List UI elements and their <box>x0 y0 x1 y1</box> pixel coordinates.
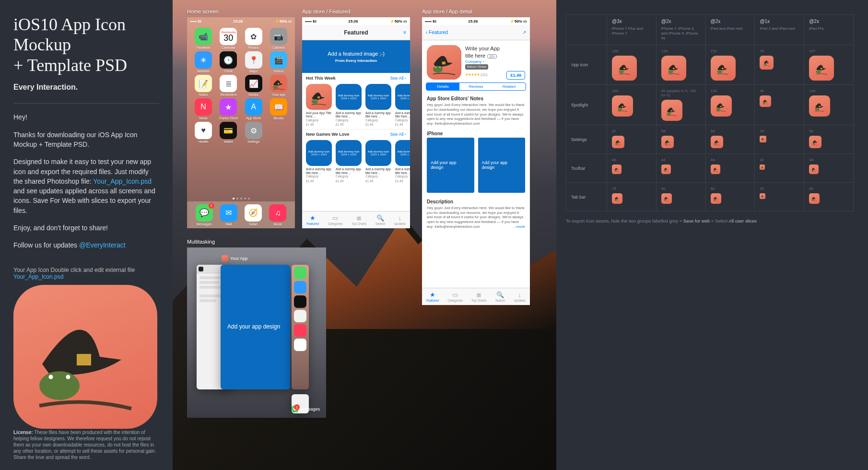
store-card[interactable]: Add dummy icon1024 x 1024Add a dummy app… <box>336 84 362 126</box>
more-link[interactable]: …more <box>513 224 525 229</box>
divider <box>13 103 159 104</box>
app-settings[interactable]: ⚙Settings <box>242 122 265 143</box>
app-itunes-store[interactable]: ★iTunes Store <box>217 98 240 120</box>
row-header: App icon <box>566 45 607 85</box>
size-cell: 180 <box>607 45 657 85</box>
psd-file-link-2[interactable]: Your_App_Icon.psd <box>13 273 63 280</box>
store-card[interactable]: Add dummy icon1024 x 1024Add a dummy app… <box>395 84 410 126</box>
size-cell: 40 <box>755 85 804 125</box>
app-weather[interactable]: ☀Weather <box>192 51 215 73</box>
size-cell: 50 <box>657 183 706 212</box>
app-wallet[interactable]: 💳Wallet <box>217 122 240 143</box>
export-note: To export icon assets, hide the two grou… <box>566 218 854 223</box>
app-your-app[interactable]: Your app <box>267 75 290 96</box>
dock: 💬1Messages✉Mail🧭Safari♫Music <box>187 201 295 228</box>
intro-p1: Thanks for downloading our iOS App Icon … <box>13 130 159 150</box>
tab-updates[interactable]: ↓Updates <box>514 291 526 302</box>
main-title: iOS10 App Icon Mockup + Template PSD <box>13 14 159 75</box>
app-camera[interactable]: 📷Camera <box>267 28 290 49</box>
size-cell: 40 (applies to 5, 120 for 6) <box>657 85 706 125</box>
app-notes[interactable]: 📝Notes <box>192 75 215 96</box>
label-featured: App store / Featured <box>302 9 350 14</box>
greeting: Hey! <box>13 112 159 122</box>
size-cell: 29 <box>755 125 804 154</box>
tab-featured[interactable]: ★Featured <box>426 291 439 302</box>
see-all[interactable]: See All › <box>390 132 406 137</box>
row-header: Settings <box>566 125 607 154</box>
label-detail: App store / App detail <box>422 9 472 14</box>
mockup-home: ••••• EI15:26⚡50% ▭ 📹FacetimeWednesday30… <box>187 17 295 228</box>
buy-button[interactable]: £1.49 <box>506 71 525 80</box>
store-card[interactable]: Add dummy icon1024 x 1024Add a dummy app… <box>336 140 362 182</box>
app-maps[interactable]: 📍Maps <box>242 51 265 73</box>
tab-top charts[interactable]: ≣Top Charts <box>352 214 366 225</box>
twitter-link[interactable]: @EveryInteract <box>79 241 126 249</box>
screenshot-placeholder: Add your app design <box>478 138 526 193</box>
size-cell: 76 <box>755 45 804 85</box>
size-cell: 120 <box>657 45 706 85</box>
dock-safari[interactable]: 🧭Safari <box>245 204 262 226</box>
mini-clock <box>294 295 306 308</box>
store-card[interactable]: Add your App Title here…Category£1.49 <box>306 84 332 126</box>
share-button[interactable]: ↗ <box>522 30 526 35</box>
size-cell: 50 <box>706 183 755 212</box>
tab-updates[interactable]: ↓Updates <box>394 214 406 225</box>
statusbar: ••••• EI15:26⚡50% ▭ <box>187 17 295 25</box>
psd-file-link[interactable]: Your_App_Icon.psd <box>93 177 152 185</box>
mini-maps <box>294 310 306 322</box>
size-cell: 120 <box>804 85 854 125</box>
col-header: @2xiPad Pro <box>804 15 854 45</box>
mini-weather <box>294 281 306 294</box>
tab-categories[interactable]: ▭Categories <box>447 291 462 302</box>
page-dots <box>187 196 295 201</box>
dock-messages[interactable]: 💬1Messages <box>196 204 213 226</box>
app-reminders[interactable]: ≣Reminders <box>217 75 240 96</box>
app-app-store[interactable]: AApp Store <box>242 98 265 120</box>
store-card[interactable]: Add dummy icon1024 x 1024Add a dummy app… <box>395 140 410 182</box>
tab-search[interactable]: 🔍Search <box>495 291 505 302</box>
app-videos[interactable]: 🎬Videos <box>267 51 290 73</box>
col-header: @1xiPad 2 and iPad mini <box>755 15 804 45</box>
app-health[interactable]: ♥Health <box>192 122 215 143</box>
featured-hero[interactable]: Add a featured image ;-) From Every Inte… <box>302 40 410 73</box>
mockup-canvas: Home screen App store / Featured App sto… <box>173 0 556 470</box>
size-cell: 50 <box>804 183 854 212</box>
app-news[interactable]: NNews <box>192 98 215 120</box>
col-header: @2xiPhone 7, iPhone Z, and iPhone 5, iPh… <box>657 15 706 45</box>
size-cell: 44 <box>657 154 706 183</box>
back-button[interactable]: ‹ Featured <box>426 30 448 35</box>
mockup-detail: ••••• EI15:26⚡50% ▭ ‹ Featured ↗ Write y… <box>422 17 530 305</box>
your-app-icon-preview[interactable] <box>13 285 157 429</box>
app-ibooks[interactable]: 📖iBooks <box>267 98 290 120</box>
row-header: Toolbar <box>566 154 607 183</box>
tab-categories[interactable]: ▭Categories <box>328 214 342 225</box>
size-cell: 75 <box>607 183 657 212</box>
license-text: License: These files have been produced … <box>13 429 159 460</box>
mini-facetime <box>294 267 306 279</box>
segmented-control[interactable]: DetailsReviewsRelated <box>426 82 526 91</box>
dock-music[interactable]: ♫Music <box>269 204 286 226</box>
list-icon[interactable]: ≡ <box>403 30 406 35</box>
tab-featured[interactable]: ★Featured <box>306 214 319 225</box>
screenshot-placeholder: Add your app design <box>427 138 474 193</box>
store-card[interactable]: Add dummy icon1024 x 1024Add a dummy app… <box>365 140 391 182</box>
app-calendar[interactable]: Wednesday30Calendar <box>217 28 240 49</box>
app-clock[interactable]: 🕒Clock <box>217 51 240 73</box>
intro-p3: Enjoy, and don't forget to share! <box>13 223 159 233</box>
store-card[interactable]: Add dummy icon1024 x 1024Add a dummy app… <box>306 140 332 182</box>
size-cell: 120 <box>706 85 755 125</box>
col-header: @3xiPhone 7 Plus and iPhone 7 <box>607 15 657 45</box>
row-header: Spotlight <box>566 85 607 125</box>
app-photos[interactable]: ✿Photos <box>242 28 265 49</box>
tab-top charts[interactable]: ≣Top Charts <box>471 291 486 302</box>
see-all[interactable]: See All › <box>390 76 406 81</box>
app-stocks[interactable]: 📈Stocks <box>242 75 265 96</box>
size-cell: 58 <box>657 125 706 154</box>
dock-mail[interactable]: ✉Mail <box>220 204 237 226</box>
nav-featured: Featured ≡ <box>302 25 410 40</box>
app-facetime[interactable]: 📹Facetime <box>192 28 215 49</box>
tab-search[interactable]: 🔍Search <box>375 214 386 225</box>
size-cell: 167 <box>804 45 854 85</box>
store-card[interactable]: Add dummy icon1024 x 1024Add a dummy app… <box>365 84 391 126</box>
size-cell: 152 <box>706 45 755 85</box>
